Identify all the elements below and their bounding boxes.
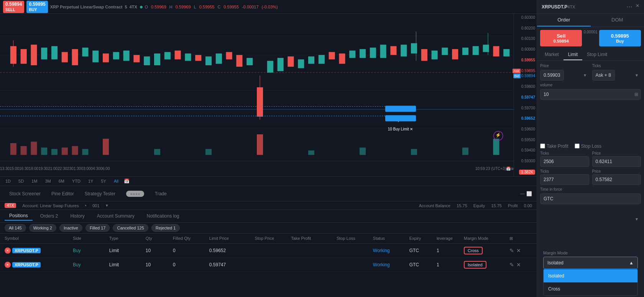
- col-stop-loss: Stop Loss: [337, 236, 373, 241]
- time-btn-1y[interactable]: 1Y: [86, 178, 95, 184]
- price-select[interactable]: 0.59903: [540, 70, 564, 81]
- menu-dots-icon[interactable]: ⋯: [626, 3, 632, 10]
- minimize-icon[interactable]: —: [520, 191, 525, 196]
- close-panel-icon[interactable]: ✕: [636, 3, 639, 10]
- margin-mode-chevron: ▲: [629, 260, 634, 266]
- time-axis: 13:30 15:00 16:30 18:00 19:30 21:00 22:3…: [0, 161, 514, 176]
- cell-expiry-1: GTC: [409, 248, 437, 253]
- tab-stock-screener[interactable]: Stock Screener: [5, 188, 45, 200]
- tab-account-summary[interactable]: Account Summary: [92, 212, 139, 220]
- cell-qty-2: 10: [146, 262, 173, 267]
- tp-ticks-input[interactable]: [540, 175, 589, 185]
- sell-price-badge[interactable]: 0.59894 SELL: [3, 1, 24, 13]
- tab-notifications[interactable]: Notifications log: [142, 212, 184, 220]
- tab-history[interactable]: History: [66, 212, 89, 220]
- buy-button[interactable]: 0.59895 Buy: [599, 30, 641, 46]
- margin-mode-select[interactable]: Isolated ▲: [543, 257, 638, 269]
- volume-input[interactable]: [540, 89, 632, 99]
- tab-order[interactable]: Order: [537, 14, 591, 26]
- filter-inactive[interactable]: Inactive: [59, 224, 82, 232]
- svg-rect-66: [82, 149, 88, 155]
- calculator-icon[interactable]: ⊞: [632, 89, 641, 99]
- tab-market[interactable]: Market: [540, 50, 564, 60]
- tab-pine-editor[interactable]: Pine Editor: [47, 188, 79, 200]
- symbol-badge-1[interactable]: XRPUSDT.P: [12, 248, 41, 253]
- tif-select[interactable]: GTC IOC FOK GTD: [540, 193, 641, 204]
- tp-price-input[interactable]: [593, 175, 641, 185]
- filter-rejected[interactable]: Rejected 1: [151, 224, 180, 232]
- take-profit-checkbox[interactable]: [540, 144, 545, 148]
- time-btn-3m[interactable]: 3M: [43, 178, 53, 184]
- table-row: ✕ XRPUSDT.P Buy Limit 10 0 0.59747 Worki…: [0, 258, 537, 272]
- cell-side-2: Buy: [73, 262, 109, 267]
- cell-side-1: Buy: [73, 248, 109, 253]
- buy-price-badge[interactable]: 0.59895 BUY: [26, 1, 48, 13]
- time-btn-1m[interactable]: 1M: [29, 178, 39, 184]
- separator-dot: •: [85, 203, 87, 208]
- svg-rect-58: [503, 49, 509, 56]
- svg-rect-49: [421, 49, 427, 61]
- sl-price-wrapper: [592, 156, 641, 167]
- time-btn-5d[interactable]: 5D: [16, 178, 26, 184]
- filter-cancelled[interactable]: Cancelled 125: [113, 224, 148, 232]
- sell-button[interactable]: Sell 0.59894: [540, 30, 582, 46]
- filter-all[interactable]: All 145: [5, 224, 26, 232]
- filter-working[interactable]: Working 2: [29, 224, 56, 232]
- ticks-select-wrapper: Ask + 8: [592, 70, 641, 81]
- c-val: 0.59955: [223, 5, 239, 9]
- price-60000: 0.60000: [516, 47, 535, 51]
- ticks-field-label: Ticks: [592, 64, 641, 68]
- cell-type-1: Limit: [109, 248, 146, 253]
- tab-orders[interactable]: Orders 2: [36, 212, 63, 220]
- time-btn-6m[interactable]: 6M: [56, 178, 67, 184]
- margin-option-isolated[interactable]: Isolated: [544, 269, 637, 282]
- tab-positions[interactable]: Positions: [5, 211, 33, 221]
- edit-icon-1[interactable]: ✎: [509, 248, 514, 254]
- time-btn-5y[interactable]: 5Y: [99, 178, 108, 184]
- sl-price-input[interactable]: [593, 157, 641, 167]
- cell-status-2[interactable]: Working: [373, 262, 409, 267]
- margin-option-cross[interactable]: Cross: [544, 282, 637, 295]
- maximize-icon[interactable]: ⬜: [526, 191, 532, 196]
- calendar-icon[interactable]: 📅: [506, 167, 511, 171]
- current-time: 10:59:23 (UTC+3): [475, 167, 506, 171]
- margin-mode-badge-2: Isolated: [464, 261, 486, 269]
- account-dropdown[interactable]: ▾: [106, 203, 108, 208]
- tab-stop-limit[interactable]: Stop Limit: [582, 50, 612, 60]
- sl-ticks-input[interactable]: [540, 157, 589, 167]
- cell-status-1[interactable]: Working: [373, 248, 409, 253]
- crosshair-icon[interactable]: ⊕: [511, 167, 514, 171]
- table-row: ✕ XRPUSDT.P Buy Limit 10 0 0.59652 Worki…: [0, 244, 537, 258]
- calendar-btn[interactable]: 📅: [124, 178, 130, 184]
- edit-icon-2[interactable]: ✎: [509, 262, 514, 268]
- tab-blurred[interactable]: ●●●●: [122, 188, 149, 200]
- time-btn-1d[interactable]: 1D: [3, 178, 13, 184]
- time-2100: 21:00: [48, 167, 58, 171]
- delete-icon-2[interactable]: ✕: [516, 262, 521, 268]
- time-btn-ytd[interactable]: YTD: [70, 178, 83, 184]
- filter-filled[interactable]: Filled 17: [85, 224, 110, 232]
- time-btn-all[interactable]: All: [112, 178, 121, 184]
- price-59600: 0.59600: [516, 127, 535, 131]
- time-0600: 06:00: [100, 167, 110, 171]
- tab-trade[interactable]: Trade: [150, 188, 171, 200]
- right-panel: XRPUSDT.P 4TX ⋯ ✕ Order DOM Sell 0.59894: [537, 0, 644, 297]
- delete-icon-1[interactable]: ✕: [516, 248, 521, 254]
- margin-mode-dropdown[interactable]: Isolated ▲ Isolated Cross: [543, 257, 638, 269]
- tab-limit[interactable]: Limit: [564, 50, 582, 60]
- cell-expiry-2: GTC: [409, 262, 437, 267]
- svg-rect-43: [370, 48, 376, 58]
- tab-dom[interactable]: DOM: [591, 14, 644, 26]
- svg-rect-15: [92, 51, 99, 63]
- sl-price-label: Price: [592, 151, 641, 155]
- svg-rect-40: [339, 53, 345, 64]
- svg-rect-29: [236, 55, 242, 67]
- svg-rect-78: [385, 106, 416, 112]
- o-label: O: [145, 5, 148, 9]
- tab-strategy-tester[interactable]: Strategy Tester: [80, 188, 120, 200]
- svg-rect-50: [432, 51, 438, 59]
- symbol-badge-2[interactable]: XRPUSDT.P: [12, 262, 41, 267]
- stop-loss-checkbox[interactable]: [575, 144, 580, 148]
- ticks-select[interactable]: Ask + 8: [592, 70, 615, 81]
- price-59955: 0.59955: [516, 58, 535, 62]
